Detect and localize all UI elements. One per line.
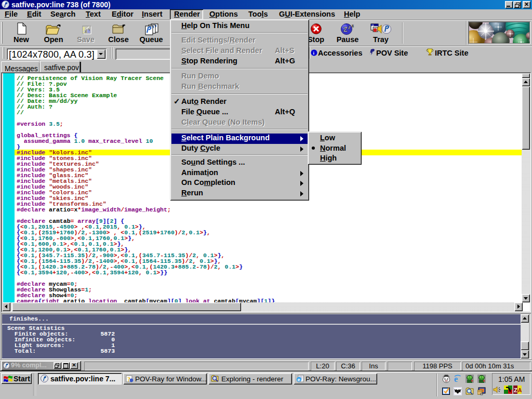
- svg-text:Z: Z: [514, 387, 517, 393]
- svg-text:A: A: [518, 387, 522, 393]
- svg-text:38: 38: [371, 24, 374, 26]
- svg-text:z: z: [348, 24, 351, 30]
- svg-text:Z: Z: [343, 25, 348, 33]
- svg-text:?: ?: [127, 376, 130, 382]
- svg-text:z: z: [352, 23, 354, 28]
- svg-text:e: e: [298, 377, 300, 382]
